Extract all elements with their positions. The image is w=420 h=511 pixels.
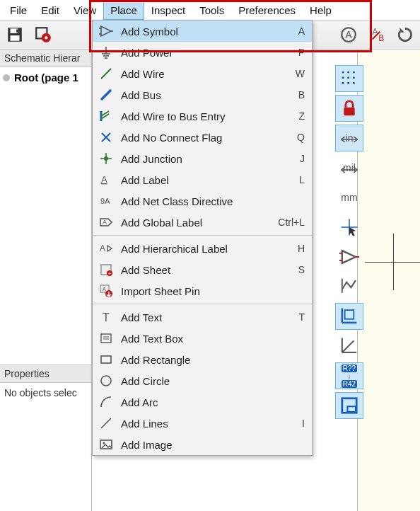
menu-item-add-junction[interactable]: Add JunctionJ: [93, 148, 312, 169]
menu-item-add-lines[interactable]: Add LinesI: [93, 413, 312, 434]
menu-item-add-rectangle[interactable]: Add Rectangle: [93, 349, 312, 370]
menu-separator: [93, 235, 312, 236]
grid-icon[interactable]: [335, 65, 363, 92]
menu-item-label: Add Text: [121, 311, 291, 323]
svg-rect-3: [16, 29, 18, 32]
menu-item-shortcut: T: [298, 311, 305, 323]
menu-item-label: Add Arc: [121, 396, 298, 408]
schematic-canvas[interactable]: [357, 50, 420, 511]
menu-file[interactable]: File: [3, 0, 34, 20]
menu-item-shortcut: L: [299, 174, 305, 185]
menu-item-add-bus[interactable]: Add BusB: [93, 84, 312, 105]
rect-icon: [98, 352, 114, 367]
menu-item-shortcut: Ctrl+L: [278, 217, 305, 228]
menu-item-import-sheet-pin[interactable]: Import Sheet Pin: [93, 280, 312, 302]
svg-text:B: B: [378, 33, 384, 43]
menu-item-add-net-class-directive[interactable]: Add Net Class Directive: [93, 190, 312, 212]
menu-item-label: Add Hierarchical Label: [121, 243, 291, 255]
menu-item-add-image[interactable]: Add Image: [93, 434, 312, 455]
bus-icon: [98, 87, 114, 103]
menu-item-add-no-connect-flag[interactable]: Add No Connect FlagQ: [93, 127, 312, 148]
menu-item-add-label[interactable]: Add LabelL: [93, 169, 312, 190]
lines-icon: [98, 415, 114, 431]
menu-inspect[interactable]: Inspect: [144, 0, 192, 20]
arc-icon: [98, 394, 114, 410]
menu-item-label: Import Sheet Pin: [121, 285, 298, 297]
axes-icon[interactable]: [335, 303, 363, 330]
importpin-icon: [98, 283, 114, 299]
menu-help[interactable]: Help: [303, 0, 339, 20]
settings-gear-icon[interactable]: [31, 23, 55, 47]
menu-item-add-power[interactable]: Add PowerP: [93, 42, 312, 63]
menu-item-shortcut: I: [302, 418, 305, 429]
refresh-icon[interactable]: [393, 23, 417, 47]
menu-item-add-circle[interactable]: Add Circle: [93, 370, 312, 391]
tree-root-label: Root (page 1: [14, 71, 78, 84]
netclass-icon: [98, 193, 114, 209]
svg-rect-2: [11, 35, 20, 41]
units-mm[interactable]: mm: [335, 184, 363, 211]
menu-item-label: Add Lines: [121, 418, 295, 430]
lock-icon[interactable]: [335, 95, 363, 122]
tree-root-item[interactable]: Root (page 1: [3, 71, 88, 84]
hierlabel-icon: [98, 241, 114, 256]
menu-item-shortcut: W: [296, 68, 305, 79]
menu-separator: [93, 304, 312, 304]
menu-item-shortcut: P: [298, 47, 305, 58]
menu-item-shortcut: H: [298, 243, 305, 254]
menu-item-shortcut: S: [298, 264, 305, 275]
menubar: File Edit View Place Inspect Tools Prefe…: [0, 0, 420, 20]
unit-label: mm: [341, 192, 357, 203]
units-in[interactable]: in: [335, 125, 363, 151]
menu-item-add-wire[interactable]: Add WireW: [93, 63, 312, 84]
menu-item-add-arc[interactable]: Add Arc: [93, 391, 312, 413]
menu-item-label: Add Circle: [121, 375, 298, 387]
place-menu-dropdown: Add SymbolAAdd PowerPAdd WireWAdd BusBAd…: [92, 20, 313, 456]
menu-item-add-text[interactable]: Add TextT: [93, 306, 312, 328]
left-sidebar: Schematic Hierar Root (page 1 Properties…: [0, 50, 92, 511]
menu-item-label: Add Wire: [121, 68, 288, 80]
cursor-icon[interactable]: [335, 214, 363, 241]
menu-item-label: Add Symbol: [121, 25, 291, 38]
svg-point-6: [45, 36, 47, 39]
annotation-ab-icon[interactable]: AB: [365, 23, 389, 47]
menu-item-add-global-label[interactable]: Add Global LabelCtrl+L: [93, 212, 312, 233]
save-icon[interactable]: [3, 23, 27, 47]
opamp-icon[interactable]: [335, 243, 363, 270]
wire-icon: [98, 66, 114, 81]
menu-item-label: Add Rectangle: [121, 354, 298, 366]
menu-item-add-text-box[interactable]: Add Text Box: [93, 328, 312, 349]
axes2-icon[interactable]: [335, 333, 363, 360]
menu-view[interactable]: View: [66, 0, 103, 20]
units-mil[interactable]: mil: [335, 154, 363, 181]
right-toolbar: inmilmmR??↓R42: [335, 65, 363, 419]
bullet-icon: [3, 74, 10, 81]
ref-before: R??: [342, 364, 357, 372]
menu-item-add-wire-to-bus-entry[interactable]: Add Wire to Bus EntryZ: [93, 105, 312, 127]
hierarchy-panel-title: Schematic Hierar: [0, 50, 91, 67]
menu-item-label: Add Sheet: [121, 264, 291, 276]
junction-icon: [98, 151, 114, 166]
menu-item-add-sheet[interactable]: Add SheetS: [93, 259, 312, 280]
ref-icon[interactable]: R??↓R42: [335, 362, 363, 389]
plot-icon[interactable]: [335, 273, 363, 300]
menu-item-add-symbol[interactable]: Add SymbolA: [93, 21, 312, 42]
menu-item-label: Add No Connect Flag: [121, 132, 290, 144]
menu-item-shortcut: B: [298, 89, 305, 101]
properties-body: No objects selec: [0, 383, 91, 403]
annotation-a-icon[interactable]: A: [337, 23, 361, 47]
sheet-icon: [98, 262, 114, 277]
menu-preferences[interactable]: Preferences: [231, 0, 303, 20]
power-icon: [98, 45, 114, 60]
menu-tools[interactable]: Tools: [192, 0, 231, 20]
hierarchy-tree[interactable]: Root (page 1: [0, 67, 91, 364]
menu-place[interactable]: Place: [103, 0, 144, 20]
menu-item-label: Add Power: [121, 47, 291, 59]
menu-item-shortcut: J: [300, 153, 305, 164]
svg-text:A: A: [345, 29, 352, 40]
menu-item-label: Add Junction: [121, 153, 293, 165]
menu-item-add-hierarchical-label[interactable]: Add Hierarchical LabelH: [93, 238, 312, 259]
menu-edit[interactable]: Edit: [34, 0, 66, 20]
textbox-icon: [98, 331, 114, 346]
sheet-icon[interactable]: [335, 392, 363, 419]
